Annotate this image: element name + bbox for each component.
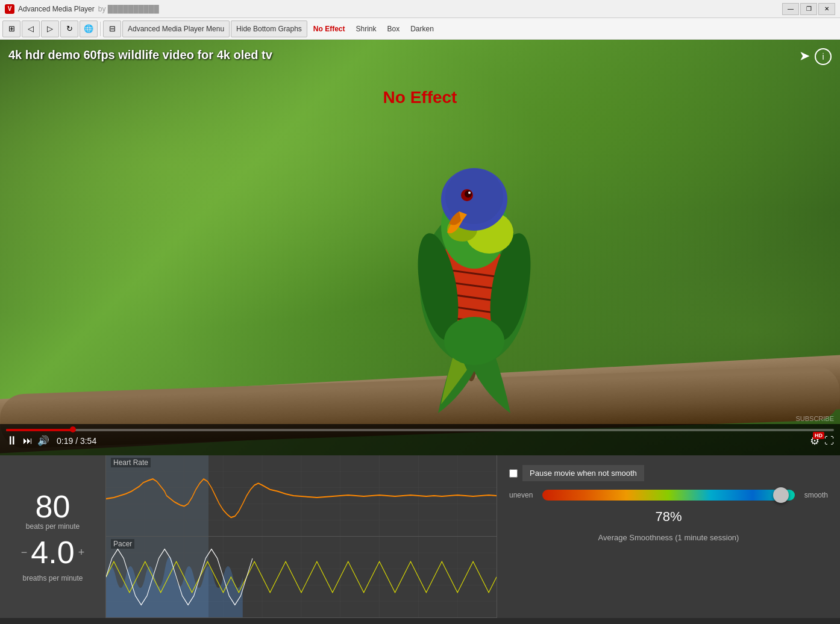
heart-rate-svg (106, 455, 497, 536)
video-content: 4k hdr demo 60fps wildlife video for 4k … (0, 40, 840, 455)
next-button[interactable]: ⏭ (23, 435, 33, 446)
minimize-button[interactable]: — (782, 3, 799, 15)
toolbar: ⊞ ◁ ▷ ↻ 🌐 ⊟ Advanced Media Player Menu H… (0, 18, 840, 40)
smoothness-percentage: 78% (509, 509, 828, 525)
controls-row: ⏸ ⏭ 🔊 0:19 / 3:54 ⚙ HD ⛶ (0, 431, 840, 450)
hide-graphs-button[interactable]: Hide Bottom Graphs (231, 20, 307, 37)
smoothness-bar-row: uneven smooth (509, 490, 828, 501)
average-smoothness-label: Average Smoothness (1 minute session) (509, 533, 828, 542)
refresh-button[interactable]: ↻ (60, 20, 78, 37)
svg-point-22 (444, 317, 504, 365)
breath-rate-value: 4.0 (31, 537, 74, 568)
smoothness-track[interactable] (542, 490, 794, 501)
amp-menu-button[interactable]: Advanced Media Player Menu (122, 20, 230, 37)
heart-rate-label: beats per minute (26, 522, 80, 531)
fullscreen-button[interactable]: ⛶ (824, 435, 834, 446)
hd-badge: HD (813, 432, 824, 439)
video-effect-label: No Effect (383, 88, 457, 107)
bottom-panel: 80 beats per minute − 4.0 + breaths per … (0, 455, 840, 618)
home-button[interactable]: 🌐 (80, 20, 98, 37)
svg-point-16 (465, 190, 472, 198)
metrics-left: 80 beats per minute − 4.0 + breaths per … (0, 455, 105, 618)
volume-button[interactable]: 🔊 (37, 435, 49, 446)
right-panel: Pause movie when not smooth uneven smoot… (497, 455, 840, 618)
progress-area: ⏸ ⏭ 🔊 0:19 / 3:54 ⚙ HD ⛶ (0, 424, 840, 455)
pacer-graph-label: Pacer (111, 539, 134, 549)
effect-box-button[interactable]: Box (383, 20, 405, 37)
table-button[interactable]: ⊟ (103, 20, 121, 37)
title-left: V Advanced Media Player by ██████████ (5, 4, 159, 14)
progress-bar-fill (6, 429, 73, 431)
app-title: Advanced Media Player (18, 5, 95, 13)
heart-rate-graph-label: Heart Rate (111, 458, 151, 467)
restore-button[interactable]: ❐ (800, 3, 817, 15)
close-button[interactable]: ✕ (818, 3, 835, 15)
decrease-breath-button[interactable]: − (21, 546, 28, 559)
video-title: 4k hdr demo 60fps wildlife video for 4k … (8, 48, 272, 62)
back-button[interactable]: ◁ (22, 20, 40, 37)
smooth-uneven-label: uneven (509, 491, 533, 499)
breath-section: − 4.0 + (21, 537, 84, 568)
smooth-smooth-label: smooth (804, 491, 828, 499)
app-title-by: by ██████████ (98, 5, 159, 13)
pacer-graph: Pacer (106, 537, 497, 618)
pacer-svg (106, 537, 497, 617)
video-area: 4k hdr demo 60fps wildlife video for 4k … (0, 40, 840, 455)
effect-shrink-button[interactable]: Shrink (351, 20, 381, 37)
settings-icon[interactable]: ⚙ HD (810, 434, 820, 448)
parrot-illustration (378, 106, 571, 419)
effect-darken-button[interactable]: Darken (406, 20, 439, 37)
info-icon[interactable]: i (815, 48, 832, 65)
pause-label[interactable]: Pause movie when not smooth (522, 465, 644, 481)
toolbar-separator (100, 22, 101, 36)
smoothness-thumb[interactable] (773, 487, 789, 503)
increase-breath-button[interactable]: + (78, 546, 85, 559)
graphs-area: Heart Rate (105, 455, 497, 618)
time-display: 0:19 / 3:54 (57, 436, 96, 446)
window-controls: — ❐ ✕ (782, 3, 835, 15)
app-icon: V (5, 4, 14, 14)
svg-point-17 (468, 192, 471, 194)
breath-rate-label: breaths per minute (22, 574, 83, 582)
heart-rate-value: 80 (26, 491, 80, 522)
pause-checkbox[interactable] (509, 469, 518, 478)
pause-button[interactable]: ⏸ (6, 434, 18, 448)
share-icon[interactable]: ➤ (799, 48, 810, 64)
forward-button[interactable]: ▷ (41, 20, 59, 37)
heart-rate-section: 80 beats per minute (26, 491, 80, 531)
subscribe-watermark: SUBSCRIBE (795, 415, 834, 422)
effect-no-effect-button[interactable]: No Effect (309, 20, 350, 37)
grid-button[interactable]: ⊞ (2, 20, 20, 37)
heart-rate-graph: Heart Rate (106, 455, 497, 537)
title-bar: V Advanced Media Player by ██████████ — … (0, 0, 840, 18)
right-controls: ⚙ HD ⛶ (810, 434, 834, 448)
pause-checkbox-row: Pause movie when not smooth (509, 465, 828, 481)
